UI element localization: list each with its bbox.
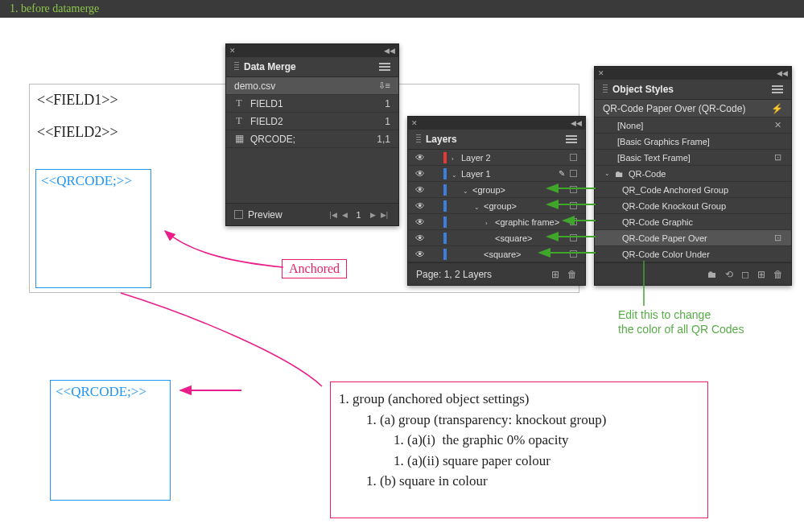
style-row[interactable]: QR-Code Knockout Group [595, 198, 791, 214]
new-layer-icon[interactable]: ⊞ [551, 269, 559, 280]
preview-label: Preview [248, 209, 282, 221]
folder-icon[interactable]: 🖿 [707, 269, 717, 280]
layer-name: <square> [495, 233, 570, 243]
style-row[interactable]: [Basic Graphics Frame] [595, 134, 791, 150]
style-row-selected[interactable]: QR-Code Paper Over ⊡ [595, 230, 791, 246]
layer-name: <group> [484, 201, 570, 211]
layer-row[interactable]: 👁 ⌄ Layer 1 ✎ [408, 166, 585, 182]
preview-checkbox[interactable] [234, 210, 243, 219]
layer-row[interactable]: 👁 ⌄ <group> [408, 182, 585, 198]
object-styles-header[interactable]: Object Styles [595, 80, 791, 100]
style-name: QR-Code [629, 169, 781, 179]
style-row[interactable]: QR-Code Graphic [595, 214, 791, 230]
close-icon[interactable]: ✕ [411, 119, 418, 127]
disclosure-icon[interactable]: ⌄ [474, 204, 480, 211]
data-merge-footer: Preview |◀ ◀ 1 ▶ ▶| [226, 203, 398, 225]
panel-menu-icon[interactable] [566, 135, 577, 143]
field1-placeholder: <<FIELD1>> [37, 92, 118, 109]
disclosure-icon[interactable]: ⌄ [604, 170, 610, 177]
visibility-icon[interactable]: 👁 [413, 249, 427, 260]
style-row[interactable]: [None] ✕ [595, 118, 791, 134]
select-box[interactable] [570, 218, 577, 225]
select-box[interactable] [570, 202, 577, 209]
collapse-icon[interactable]: ◀◀ [384, 47, 395, 55]
data-merge-field-row[interactable]: T FIELD1 1 [226, 95, 398, 113]
layer-row[interactable]: 👁 <square> [408, 230, 585, 246]
style-name: QR-Code Color Under [604, 250, 781, 259]
canvas: <<FIELD1>> <<FIELD2>> <<QRCODE;>> Anchor… [0, 18, 804, 532]
layer-row[interactable]: 👁 › Layer 2 [408, 150, 585, 166]
none-icon: ✕ [774, 120, 781, 130]
disclosure-icon[interactable]: › [485, 220, 492, 227]
panel-tabstrip[interactable]: ✕ ◀◀ [408, 117, 585, 130]
current-style-name: QR-Code Paper Over (QR-Code) [603, 103, 771, 114]
close-icon[interactable]: ✕ [598, 69, 604, 77]
panel-menu-icon[interactable] [379, 63, 390, 71]
link-icon[interactable]: ⇩≡ [378, 80, 390, 91]
disclosure-icon[interactable]: › [451, 155, 458, 163]
field-name: QRCODE; [250, 134, 377, 145]
new-style-icon[interactable]: ⊞ [757, 269, 765, 280]
layer-row[interactable]: 👁 › <graphic frame> [408, 214, 585, 230]
next-page-button[interactable]: ▶ [368, 211, 378, 219]
visibility-icon[interactable]: 👁 [413, 217, 427, 228]
data-merge-file-row[interactable]: demo.csv ⇩≡ [226, 77, 398, 95]
style-row[interactable]: QR_Code Anchored Group [595, 182, 791, 198]
close-icon[interactable]: ✕ [229, 47, 236, 55]
layer-row[interactable]: 👁 ⌄ <group> [408, 198, 585, 214]
select-box[interactable] [570, 250, 577, 258]
break-link-icon[interactable]: ◻ [741, 269, 749, 280]
explanation-box: 1. group (anchored object settings) 1. (… [330, 381, 708, 518]
first-page-button[interactable]: |◀ [327, 211, 339, 219]
explain-l2: 1. (a) group (transparency: knockout gro… [339, 410, 699, 431]
green-note-l1: Edit this to change [618, 307, 744, 322]
field2-placeholder: <<FIELD2>> [37, 124, 118, 141]
explain-l4: 1. (a)(ii) square paper colour [339, 451, 699, 472]
page-number[interactable]: 1 [350, 210, 368, 220]
visibility-icon[interactable]: 👁 [413, 168, 427, 179]
visibility-icon[interactable]: 👁 [413, 233, 427, 244]
disclosure-icon[interactable]: ⌄ [451, 171, 458, 179]
folder-icon: 🖿 [615, 169, 624, 179]
collapse-icon[interactable]: ◀◀ [777, 69, 788, 77]
delete-layer-icon[interactable]: 🗑 [567, 269, 577, 280]
object-styles-panel: ✕ ◀◀ Object Styles QR-Code Paper Over (Q… [594, 66, 792, 286]
qrcode-frame-anchored[interactable]: <<QRCODE;>> [35, 169, 151, 288]
field-count: 1 [385, 116, 390, 127]
explain-l3: 1. (a)(i) the graphic 0% opacity [339, 430, 699, 451]
layer-name: <square> [484, 250, 570, 259]
visibility-icon[interactable]: 👁 [413, 184, 427, 196]
select-box[interactable] [570, 154, 577, 161]
data-merge-title: Data Merge [244, 61, 296, 72]
qrcode-frame-copy[interactable]: <<QRCODE;>> [50, 380, 171, 501]
last-page-button[interactable]: ▶| [378, 211, 390, 219]
panel-tabstrip[interactable]: ✕ ◀◀ [595, 67, 791, 80]
visibility-icon[interactable]: 👁 [413, 200, 427, 212]
select-box[interactable] [570, 234, 577, 241]
layers-title: Layers [426, 134, 457, 145]
collapse-icon[interactable]: ◀◀ [571, 119, 582, 127]
panel-menu-icon[interactable] [772, 85, 783, 93]
prev-page-button[interactable]: ◀ [340, 211, 350, 219]
select-box[interactable] [570, 170, 577, 177]
text-type-icon: T [234, 97, 244, 109]
data-merge-field-row[interactable]: T FIELD2 1 [226, 113, 398, 130]
text-type-icon: T [234, 115, 244, 127]
lightning-icon[interactable]: ⚡ [771, 103, 783, 114]
frame-icon: ⊡ [774, 233, 781, 243]
data-merge-field-row[interactable]: ▦ QRCODE; 1,1 [226, 130, 398, 148]
style-row[interactable]: [Basic Text Frame] ⊡ [595, 150, 791, 166]
select-box[interactable] [570, 186, 577, 193]
panel-tabstrip[interactable]: ✕ ◀◀ [226, 44, 398, 57]
data-merge-header[interactable]: Data Merge [226, 57, 398, 77]
disclosure-icon[interactable]: ⌄ [463, 188, 469, 195]
current-style-row[interactable]: QR-Code Paper Over (QR-Code) ⚡ [595, 100, 791, 118]
visibility-icon[interactable]: 👁 [413, 152, 427, 163]
delete-style-icon[interactable]: 🗑 [773, 269, 783, 280]
layers-header[interactable]: Layers [408, 130, 585, 150]
layer-row[interactable]: 👁 <square> [408, 246, 585, 262]
clear-override-icon[interactable]: ⟲ [725, 269, 733, 280]
style-name: QR-Code Knockout Group [604, 201, 781, 211]
style-row[interactable]: QR-Code Color Under [595, 246, 791, 262]
style-folder-row[interactable]: ⌄ 🖿 QR-Code [595, 166, 791, 182]
